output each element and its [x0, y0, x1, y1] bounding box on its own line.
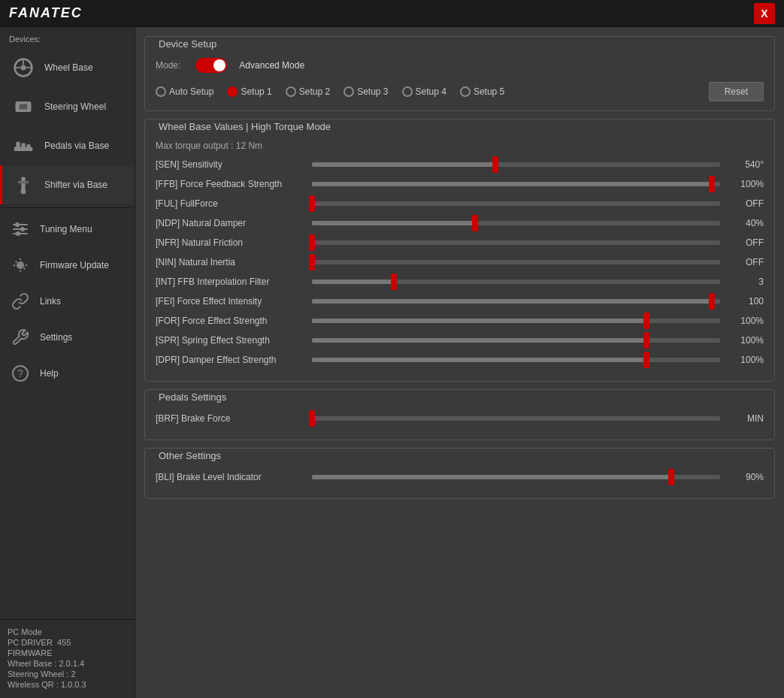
svg-rect-8 — [16, 142, 20, 149]
slider-track-container-bli[interactable] — [312, 470, 720, 485]
slider-thumb-int[interactable] — [391, 273, 397, 290]
slider-track-container-ffb[interactable] — [312, 177, 720, 192]
reset-button[interactable]: Reset — [709, 82, 764, 101]
sidebar-item-help[interactable]: ? Help — [0, 355, 135, 391]
slider-thumb-nfr[interactable] — [309, 234, 315, 251]
shifter-icon — [10, 171, 37, 198]
slider-track-container-ndp[interactable] — [312, 216, 720, 231]
slider-thumb-sen[interactable] — [492, 156, 498, 173]
svg-rect-9 — [21, 144, 25, 149]
slider-track-container-ful[interactable] — [312, 196, 720, 211]
slider-fill-fei — [312, 299, 712, 304]
sidebar-item-steering-wheel[interactable]: Steering Wheel — [0, 87, 135, 126]
slider-label-nfr: [NFR] Natural Friction — [156, 237, 306, 248]
sidebar: Devices: Wheel Base — [0, 27, 135, 698]
radio-auto-setup[interactable]: Auto Setup — [156, 86, 213, 97]
radio-setup-1[interactable]: Setup 1 — [227, 86, 271, 97]
close-button[interactable]: X — [754, 3, 775, 24]
sidebar-item-firmware-update[interactable]: Firmware Update — [0, 247, 135, 283]
slider-track-dpr[interactable] — [312, 358, 720, 362]
slider-thumb-bli[interactable] — [668, 469, 674, 485]
slider-thumb-brf[interactable] — [309, 410, 315, 427]
sidebar-item-settings[interactable]: Settings — [0, 319, 135, 355]
slider-fill-spr — [312, 338, 646, 343]
slider-track-container-for[interactable] — [312, 313, 720, 328]
slider-track-container-sen[interactable] — [312, 157, 720, 172]
slider-value-ffb: 100% — [726, 179, 764, 189]
slider-track-brf[interactable] — [312, 416, 720, 421]
radio-label-auto-setup: Auto Setup — [169, 86, 213, 97]
slider-track-ful[interactable] — [312, 201, 720, 206]
radio-label-setup-1: Setup 1 — [241, 86, 271, 97]
sidebar-item-shifter-via-base[interactable]: Shifter via Base — [0, 165, 135, 204]
slider-row-dpr: [DPR] Damper Effect Strength100% — [156, 352, 764, 367]
slider-track-int[interactable] — [312, 280, 720, 284]
slider-label-brf: [BRF] Brake Force — [156, 413, 306, 424]
slider-track-container-fei[interactable] — [312, 294, 720, 309]
pc-driver-label: PC DRIVER 455 — [8, 638, 127, 647]
radio-setup-3[interactable]: Setup 3 — [344, 86, 388, 97]
wheel-base-panel: Wheel Base Values | High Torque Mode Max… — [144, 119, 775, 382]
sliders-icon — [10, 219, 31, 240]
slider-value-bli: 90% — [726, 472, 764, 482]
slider-fill-bli — [312, 475, 671, 479]
pedals-sliders: [BRF] Brake ForceMIN — [156, 411, 764, 426]
slider-label-for: [FOR] Force Effect Strength — [156, 316, 306, 326]
sidebar-divider — [0, 207, 135, 208]
slider-track-bli[interactable] — [312, 475, 720, 479]
radio-circle-setup-1 — [227, 86, 238, 97]
sidebar-item-tuning-menu[interactable]: Tuning Menu — [0, 211, 135, 247]
slider-thumb-spr[interactable] — [643, 332, 649, 349]
slider-track-sen[interactable] — [312, 162, 720, 167]
slider-label-fei: [FEI] Force Effect Intensity — [156, 296, 306, 307]
slider-thumb-ffb[interactable] — [709, 176, 715, 192]
radio-setup-4[interactable]: Setup 4 — [402, 86, 446, 97]
slider-track-container-dpr[interactable] — [312, 352, 720, 367]
slider-track-for[interactable] — [312, 319, 720, 323]
radio-circle-setup-3 — [344, 86, 354, 97]
radio-label-setup-4: Setup 4 — [416, 86, 446, 97]
slider-thumb-for[interactable] — [643, 313, 649, 329]
slider-value-fei: 100 — [726, 296, 764, 307]
svg-point-1 — [21, 65, 26, 71]
radio-setup-2[interactable]: Setup 2 — [286, 86, 330, 97]
other-settings-body: [BLI] Brake Level Indicator90% — [145, 464, 774, 498]
other-settings-header: Other Settings — [145, 449, 774, 464]
svg-rect-13 — [18, 181, 29, 184]
slider-thumb-dpr[interactable] — [643, 352, 649, 368]
slider-track-container-nfr[interactable] — [312, 235, 720, 250]
slider-track-ffb[interactable] — [312, 182, 720, 186]
slider-thumb-nin[interactable] — [309, 254, 315, 270]
gear-icon — [10, 255, 31, 276]
slider-thumb-fei[interactable] — [709, 293, 715, 310]
slider-track-ndp[interactable] — [312, 221, 720, 225]
tuning-menu-label: Tuning Menu — [40, 224, 92, 234]
slider-row-sen: [SEN] Sensitivity540° — [156, 157, 764, 172]
svg-rect-10 — [26, 144, 30, 148]
sidebar-item-label: Steering Wheel — [44, 101, 106, 112]
other-sliders: [BLI] Brake Level Indicator90% — [156, 470, 764, 485]
slider-track-nin[interactable] — [312, 260, 720, 264]
slider-thumb-ful[interactable] — [309, 195, 315, 212]
sidebar-item-wheel-base[interactable]: Wheel Base — [0, 48, 135, 87]
pedals-icon — [10, 132, 37, 159]
wheel-base-body: Max torque output : 12 Nm [SEN] Sensitiv… — [145, 134, 774, 381]
slider-thumb-ndp[interactable] — [472, 215, 478, 231]
slider-row-brf: [BRF] Brake ForceMIN — [156, 411, 764, 426]
sidebar-item-links[interactable]: Links — [0, 283, 135, 319]
radio-label-setup-5: Setup 5 — [474, 86, 504, 97]
slider-track-container-brf[interactable] — [312, 411, 720, 426]
slider-track-container-spr[interactable] — [312, 333, 720, 348]
radio-setup-5[interactable]: Setup 5 — [460, 86, 504, 97]
sidebar-item-pedals-via-base[interactable]: Pedals via Base — [0, 126, 135, 165]
slider-track-nfr[interactable] — [312, 240, 720, 245]
device-setup-header: Device Setup — [145, 37, 774, 52]
advanced-mode-toggle[interactable] — [195, 58, 227, 73]
slider-track-container-int[interactable] — [312, 274, 720, 289]
slider-value-ndp: 40% — [726, 218, 764, 228]
slider-track-spr[interactable] — [312, 338, 720, 343]
link-icon — [10, 291, 31, 312]
slider-track-fei[interactable] — [312, 299, 720, 304]
slider-value-brf: MIN — [726, 413, 764, 424]
slider-track-container-nin[interactable] — [312, 255, 720, 270]
